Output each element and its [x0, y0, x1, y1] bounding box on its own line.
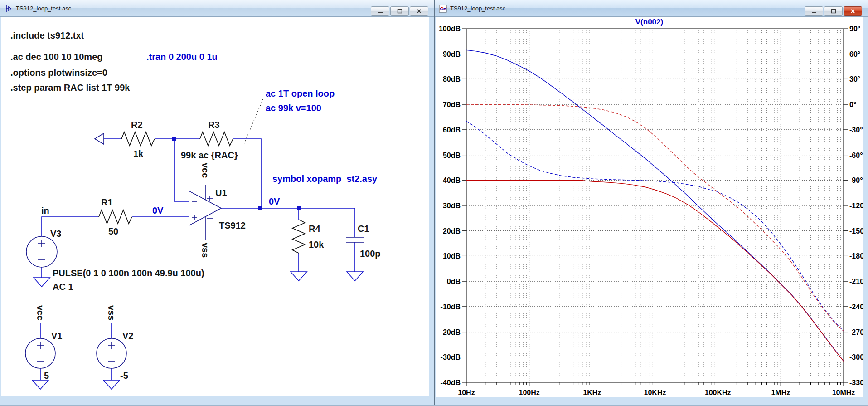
svg-text:-150°: -150°	[849, 227, 863, 235]
vsource-V3[interactable]: V3 PULSE(0 1 0 100n 100n 49.9u 100u) AC …	[26, 229, 204, 292]
waveform-plot[interactable]: 100dB90dB80dB70dB60dB50dB40dB30dB20dB10d…	[436, 17, 863, 397]
svg-text:-10dB: -10dB	[441, 303, 461, 311]
svg-text:100Hz: 100Hz	[519, 389, 540, 396]
plot-client-area: V(n002) 100dB90dB80dB70dB60dB50dB40dB30d…	[436, 17, 863, 397]
component-value: PULSE(0 1 0 100n 100n 49.9u 100u)	[53, 268, 204, 278]
resistor-R2[interactable]: R2 1k	[121, 120, 155, 159]
capacitor-C1[interactable]: C1 100p	[346, 224, 381, 259]
waveform-window: TS912_loop_test.asc V(n002) 100dB90dB80d…	[434, 0, 868, 405]
trace[interactable]	[466, 180, 844, 361]
component-value: 10k	[309, 240, 324, 249]
svg-text:30dB: 30dB	[443, 202, 461, 210]
svg-text:30°: 30°	[849, 75, 860, 83]
close-icon	[850, 9, 855, 14]
ltspice-waveform-icon	[439, 5, 447, 13]
minimize-icon	[811, 9, 817, 14]
svg-text:10Hz: 10Hz	[458, 389, 475, 396]
svg-text:50dB: 50dB	[443, 152, 461, 159]
component-ref: V1	[51, 331, 62, 341]
svg-text:-180°: -180°	[849, 252, 863, 260]
maximize-button[interactable]	[390, 6, 409, 16]
component-ref: V2	[122, 331, 133, 341]
svg-text:100KHz: 100KHz	[705, 389, 731, 396]
svg-text:10MHz: 10MHz	[832, 389, 855, 396]
resistor-R1[interactable]: R1 50	[99, 197, 132, 236]
svg-text:-30dB: -30dB	[441, 353, 461, 361]
vsource-V1[interactable]: vcc V1 5	[25, 305, 62, 381]
component-ref: R2	[131, 120, 143, 130]
maximize-icon	[397, 9, 402, 14]
comment-symbol[interactable]: symbol xopamp_st2.asy	[272, 174, 378, 184]
component-value: 50	[108, 226, 118, 236]
directive-step[interactable]: .step param RAC list 1T 99k	[10, 83, 130, 93]
minimize-button[interactable]	[371, 6, 389, 16]
svg-text:1KHz: 1KHz	[583, 389, 601, 396]
schematic-canvas[interactable]: .include ts912.txt .ac dec 100 10 10meg …	[1, 17, 429, 396]
svg-text:-300°: -300°	[849, 353, 863, 361]
component-value: 100p	[360, 249, 381, 259]
net-label-in[interactable]: in	[41, 205, 49, 215]
component-value: 99k ac {RAC}	[181, 150, 238, 160]
resistor-R4[interactable]: R4 10k	[292, 220, 324, 253]
svg-text:20dB: 20dB	[443, 227, 461, 235]
component-ref: C1	[358, 224, 369, 234]
schematic-client-area: .include ts912.txt .ac dec 100 10 10meg …	[1, 17, 429, 396]
net-label-vcc: vcc	[35, 305, 45, 320]
comment-open-loop-1[interactable]: ac 1T open loop	[266, 88, 335, 98]
schematic-titlebar[interactable]: TS912_loop_test.asc	[0, 0, 434, 17]
ground-symbols[interactable]	[32, 272, 363, 389]
svg-text:70dB: 70dB	[443, 101, 461, 108]
svg-text:-20dB: -20dB	[441, 328, 461, 336]
directive-include[interactable]: .include ts912.txt	[10, 30, 84, 40]
net-label-vss: vss	[107, 305, 116, 320]
svg-text:-210°: -210°	[849, 278, 863, 285]
opamp-U1[interactable]: U1 TS912 vcc vss	[189, 163, 246, 258]
minimize-icon	[378, 9, 383, 14]
svg-text:-60°: -60°	[849, 152, 863, 159]
component-value: 1k	[133, 149, 144, 159]
vsource-V2[interactable]: vss V2 -5	[97, 305, 133, 381]
close-button[interactable]	[410, 6, 428, 16]
svg-text:1MHz: 1MHz	[771, 389, 790, 396]
window-title: TS912_loop_test.asc	[16, 5, 71, 12]
resistor-R3[interactable]: R3 99k ac {RAC}	[181, 120, 238, 160]
svg-text:0°: 0°	[849, 101, 856, 108]
close-button[interactable]	[844, 6, 862, 16]
maximize-icon	[831, 9, 836, 14]
maximize-button[interactable]	[824, 6, 843, 16]
svg-text:-90°: -90°	[849, 176, 863, 184]
component-ref: R1	[101, 197, 113, 207]
svg-text:80dB: 80dB	[443, 75, 461, 83]
component-ref: U1	[215, 188, 227, 198]
directive-tran[interactable]: .tran 0 200u 0 1u	[146, 52, 218, 62]
net-voltage-out[interactable]: 0V	[269, 196, 280, 206]
component-ref: R4	[309, 224, 320, 234]
net-voltage-inv[interactable]: 0V	[152, 205, 164, 215]
component-value: TS912	[219, 220, 246, 230]
svg-text:10KHz: 10KHz	[644, 389, 666, 396]
svg-text:60dB: 60dB	[443, 126, 461, 134]
comment-leader-line	[244, 99, 263, 143]
directive-options[interactable]: .options plotwinsize=0	[10, 68, 107, 78]
plot-trace-title[interactable]: V(n002)	[436, 18, 863, 27]
minimize-button[interactable]	[805, 6, 823, 16]
junction-dot	[258, 206, 262, 210]
component-value: -5	[120, 371, 128, 381]
window-title: TS912_loop_test.asc	[450, 5, 505, 12]
close-icon	[417, 9, 422, 14]
waveform-titlebar[interactable]: TS912_loop_test.asc	[435, 0, 868, 17]
port-arrow[interactable]	[95, 133, 104, 144]
component-ref: R3	[208, 120, 220, 130]
directive-ac[interactable]: .ac dec 100 10 10meg	[10, 52, 102, 62]
comment-open-loop-2[interactable]: ac 99k v=100	[266, 103, 321, 113]
svg-text:-270°: -270°	[849, 328, 863, 336]
component-ac-value: AC 1	[53, 282, 73, 292]
component-value: 5	[44, 371, 49, 381]
svg-text:0dB: 0dB	[447, 278, 461, 285]
junction-dot	[297, 206, 301, 210]
svg-text:-240°: -240°	[849, 303, 863, 311]
svg-text:60°: 60°	[849, 50, 860, 58]
svg-text:10dB: 10dB	[443, 252, 461, 260]
component-ref: V3	[50, 229, 61, 239]
svg-text:40dB: 40dB	[443, 176, 461, 184]
